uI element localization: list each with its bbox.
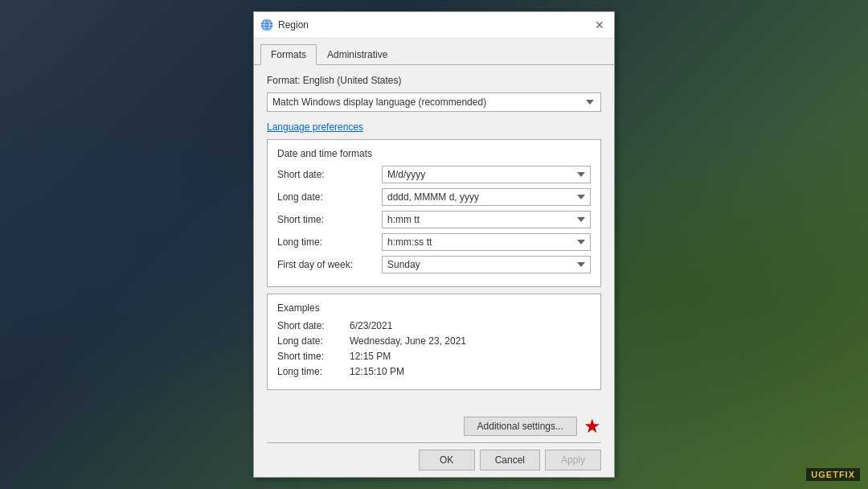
example-long-time-value: 12:15:10 PM (350, 366, 404, 377)
format-label: Format: English (United States) (267, 75, 601, 86)
ok-button[interactable]: OK (419, 450, 475, 471)
short-time-select[interactable]: h:mm tt (382, 211, 591, 228)
example-long-date-value: Wednesday, June 23, 2021 (350, 335, 466, 347)
title-bar-left: Region (260, 18, 309, 31)
datetime-section-title: Date and time formats (277, 148, 591, 159)
globe-icon (260, 18, 273, 31)
example-short-date: Short date: 6/23/2021 (277, 320, 591, 331)
short-date-row: Short date: M/d/yyyy (277, 166, 591, 183)
star-annotation-icon: ★ (583, 417, 601, 436)
watermark-text: UGETFIX (811, 470, 855, 479)
long-time-label: Long time: (277, 236, 382, 248)
first-day-select[interactable]: Sunday Monday (382, 256, 591, 273)
tab-content: Format: English (United States) Match Wi… (254, 65, 614, 410)
language-preferences-link[interactable]: Language preferences (267, 121, 363, 133)
bottom-area: Additional settings... ★ OK Cancel Apply (254, 410, 614, 477)
region-dialog: Region ✕ Formats Administrative Format: … (253, 11, 615, 478)
long-time-select[interactable]: h:mm:ss tt (382, 233, 591, 251)
additional-settings-button[interactable]: Additional settings... (464, 417, 577, 436)
language-dropdown[interactable]: Match Windows display language (recommen… (267, 92, 601, 112)
additional-row: Additional settings... ★ (267, 417, 601, 436)
example-long-date: Long date: Wednesday, June 23, 2021 (277, 335, 591, 347)
short-date-label: Short date: (277, 169, 382, 180)
apply-button[interactable]: Apply (545, 450, 601, 471)
short-time-label: Short time: (277, 214, 382, 225)
dialog-title: Region (278, 19, 309, 31)
first-day-label: First day of week: (277, 259, 382, 270)
long-date-label: Long date: (277, 191, 382, 203)
tab-formats[interactable]: Formats (260, 44, 317, 65)
example-long-time-label: Long time: (277, 366, 350, 377)
buttons-row: OK Cancel Apply (267, 442, 601, 471)
watermark: UGETFIX (806, 468, 860, 481)
example-short-date-label: Short date: (277, 320, 350, 331)
close-button[interactable]: ✕ (592, 17, 608, 33)
example-short-date-value: 6/23/2021 (350, 320, 392, 331)
datetime-formats-section: Date and time formats Short date: M/d/yy… (267, 139, 601, 287)
short-time-row: Short time: h:mm tt (277, 211, 591, 228)
example-short-time-value: 12:15 PM (350, 351, 391, 362)
title-bar: Region ✕ (254, 12, 614, 39)
tab-administrative[interactable]: Administrative (317, 44, 398, 65)
long-time-row: Long time: h:mm:ss tt (277, 233, 591, 251)
example-long-time: Long time: 12:15:10 PM (277, 366, 591, 377)
example-short-time-label: Short time: (277, 351, 350, 362)
examples-section: Examples Short date: 6/23/2021 Long date… (267, 294, 601, 390)
short-date-select[interactable]: M/d/yyyy (382, 166, 591, 183)
long-date-row: Long date: dddd, MMMM d, yyyy (277, 188, 591, 206)
example-long-date-label: Long date: (277, 335, 350, 347)
first-day-row: First day of week: Sunday Monday (277, 256, 591, 273)
long-date-select[interactable]: dddd, MMMM d, yyyy (382, 188, 591, 206)
examples-title: Examples (277, 302, 591, 314)
tabs-bar: Formats Administrative (254, 39, 614, 65)
example-short-time: Short time: 12:15 PM (277, 351, 591, 362)
cancel-button[interactable]: Cancel (480, 450, 540, 471)
